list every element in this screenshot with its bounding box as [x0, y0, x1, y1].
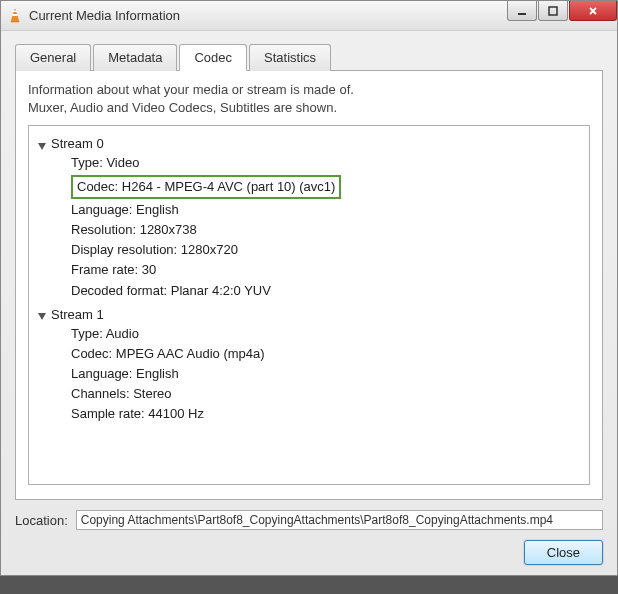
vlc-icon: [7, 8, 23, 24]
stream-label: Stream 0: [51, 136, 104, 151]
prop-row: Channels: Stereo: [71, 384, 585, 404]
prop-row: Language: English: [71, 364, 585, 384]
prop-row: Resolution: 1280x738: [71, 220, 585, 240]
window-title: Current Media Information: [29, 8, 506, 23]
stream-node: Stream 1 Type: Audio Codec: MPEG AAC Aud…: [33, 303, 585, 427]
prop-row: Frame rate: 30: [71, 260, 585, 280]
disclosure-icon: [37, 309, 47, 319]
info-line-1: Information about what your media or str…: [28, 81, 590, 99]
prop-row: Display resolution: 1280x720: [71, 240, 585, 260]
prop-row: Sample rate: 44100 Hz: [71, 404, 585, 424]
media-info-window: Current Media Information General Metada…: [0, 0, 618, 576]
tab-statistics[interactable]: Statistics: [249, 44, 331, 71]
tab-metadata[interactable]: Metadata: [93, 44, 177, 71]
titlebar: Current Media Information: [1, 1, 617, 31]
window-buttons: [506, 1, 617, 30]
svg-rect-4: [549, 7, 557, 15]
svg-rect-3: [518, 13, 526, 15]
info-text: Information about what your media or str…: [28, 81, 590, 117]
close-button[interactable]: Close: [524, 540, 603, 565]
svg-marker-6: [38, 313, 46, 320]
prop-row: Decoded format: Planar 4:2:0 YUV: [71, 281, 585, 301]
close-window-button[interactable]: [569, 1, 617, 21]
stream-node: Stream 0 Type: Video Codec: H264 - MPEG-…: [33, 132, 585, 302]
codec-tree: Stream 0 Type: Video Codec: H264 - MPEG-…: [28, 125, 590, 485]
tab-codec[interactable]: Codec: [179, 44, 247, 71]
svg-rect-2: [13, 10, 17, 12]
tab-general[interactable]: General: [15, 44, 91, 71]
location-row: Location:: [15, 510, 603, 530]
minimize-button[interactable]: [507, 1, 537, 21]
stream-header[interactable]: Stream 0: [33, 134, 585, 153]
info-line-2: Muxer, Audio and Video Codecs, Subtitles…: [28, 99, 590, 117]
prop-row: Language: English: [71, 200, 585, 220]
prop-row: Type: Video: [71, 153, 585, 173]
prop-row: Codec: MPEG AAC Audio (mp4a): [71, 344, 585, 364]
location-input[interactable]: [76, 510, 603, 530]
svg-marker-5: [38, 143, 46, 150]
maximize-button[interactable]: [538, 1, 568, 21]
svg-rect-1: [13, 14, 18, 16]
stream-label: Stream 1: [51, 307, 104, 322]
tab-panel-codec: Information about what your media or str…: [15, 71, 603, 500]
button-row: Close: [15, 540, 603, 565]
content-area: General Metadata Codec Statistics Inform…: [1, 31, 617, 575]
prop-row: Type: Audio: [71, 324, 585, 344]
disclosure-icon: [37, 139, 47, 149]
prop-list: Type: Video Codec: H264 - MPEG-4 AVC (pa…: [33, 153, 585, 300]
stream-header[interactable]: Stream 1: [33, 305, 585, 324]
tab-bar: General Metadata Codec Statistics: [15, 43, 603, 71]
prop-row-highlighted: Codec: H264 - MPEG-4 AVC (part 10) (avc1…: [71, 175, 341, 199]
location-label: Location:: [15, 513, 68, 528]
prop-list: Type: Audio Codec: MPEG AAC Audio (mp4a)…: [33, 324, 585, 425]
